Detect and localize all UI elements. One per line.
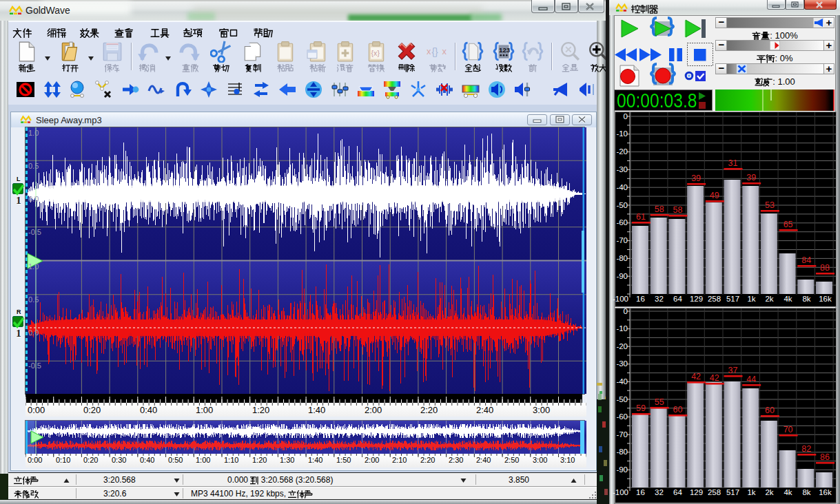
svg-text:49: 49 (710, 191, 719, 200)
svg-text:88: 88 (820, 263, 830, 273)
svg-text:59: 59 (636, 403, 646, 413)
svg-text:58: 58 (655, 204, 664, 214)
svg-text:42: 42 (691, 372, 701, 381)
svg-text:84: 84 (801, 255, 811, 265)
svg-text:70: 70 (783, 425, 793, 434)
svg-text:58: 58 (673, 205, 682, 215)
svg-text:55: 55 (655, 397, 664, 407)
svg-text:61: 61 (636, 212, 646, 222)
svg-text:{}: {} (431, 46, 438, 57)
svg-text:31: 31 (728, 158, 738, 168)
svg-text:65: 65 (783, 220, 793, 229)
svg-text:42: 42 (710, 373, 719, 383)
svg-text:123: 123 (499, 46, 510, 54)
svg-text:60: 60 (673, 405, 682, 414)
svg-text:86: 86 (820, 452, 830, 462)
svg-text:60: 60 (765, 406, 775, 415)
svg-text:82: 82 (801, 444, 811, 454)
svg-text:x: x (442, 46, 447, 56)
svg-text:39: 39 (691, 174, 701, 183)
svg-text:x: x (427, 46, 431, 56)
svg-text:44: 44 (746, 375, 756, 384)
svg-text:39: 39 (746, 173, 756, 182)
svg-text:53: 53 (765, 200, 775, 210)
svg-text:{x}: {x} (371, 49, 380, 57)
svg-text:37: 37 (728, 366, 738, 375)
